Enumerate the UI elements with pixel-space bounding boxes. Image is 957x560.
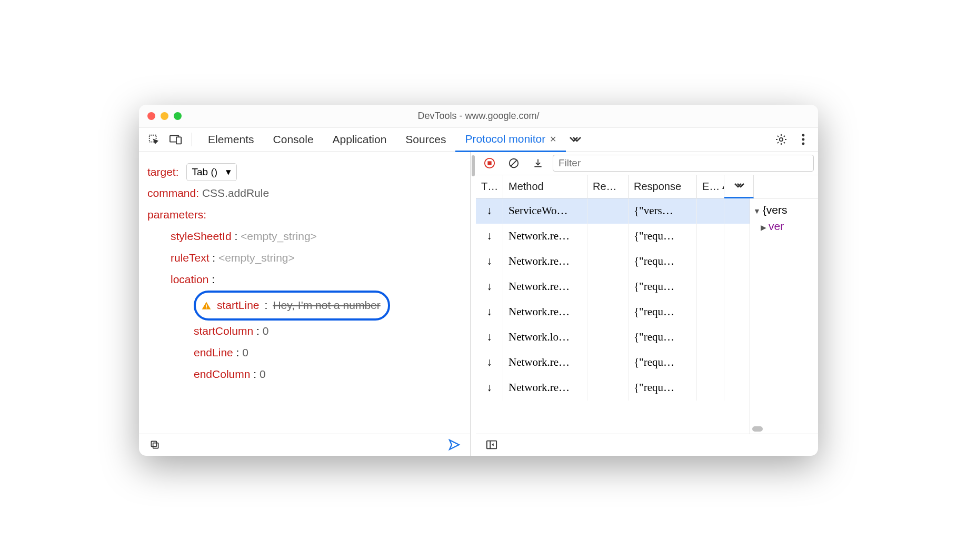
devtools-window: DevTools - www.google.com/ Elements Cons… [139,105,818,456]
row-method: Network.re… [503,224,587,249]
row-elapsed [697,198,724,224]
tab-sources[interactable]: Sources [396,127,455,152]
panel-tabs: Elements Console Application Sources Pro… [198,128,585,152]
row-request [587,350,629,375]
device-toolbar-icon[interactable] [166,130,185,149]
protocol-log-pane: T… Method Re… Response E…▲ ↓ServiceWo…{"… [476,152,818,456]
record-icon[interactable] [480,154,499,173]
send-button[interactable] [445,435,464,454]
tab-elements[interactable]: Elements [198,127,264,152]
param-key: startColumn [194,325,253,337]
toggle-sidebar-icon[interactable] [482,435,501,454]
row-direction: ↓ [476,249,503,274]
svg-point-4 [802,134,805,137]
error-highlight: startLine : Hey, I'm not a number [194,291,390,321]
table-row[interactable]: ↓Network.re…{"requ… [476,224,750,249]
parameters-label: parameters: [147,208,206,221]
invalid-value[interactable]: Hey, I'm not a number [273,295,380,316]
inspect-element-icon[interactable] [144,130,163,149]
sort-up-icon: ▲ [721,182,724,191]
close-tab-icon[interactable]: ✕ [550,134,556,144]
row-request [587,249,629,274]
row-method: Network.re… [503,375,587,401]
more-tabs-icon[interactable] [566,130,585,149]
row-response: {"requ… [629,375,697,401]
col-type[interactable]: T… [476,175,503,198]
row-response: {"requ… [629,274,697,299]
param-key: endColumn [194,368,250,380]
copy-icon[interactable] [145,435,164,454]
param-key: styleSheetId [171,230,232,242]
table-row[interactable]: ↓Network.re…{"requ… [476,274,750,299]
row-response: {"requ… [629,350,697,375]
more-cols-icon[interactable] [724,175,754,198]
row-elapsed [697,274,724,299]
param-value[interactable]: <empty_string> [241,230,317,242]
splitter-handle[interactable] [472,155,475,176]
param-value[interactable]: <empty_string> [218,252,295,264]
row-direction: ↓ [476,325,503,350]
col-response[interactable]: Response [629,175,697,198]
param-key: location [171,273,208,285]
row-request [587,198,629,224]
tab-label: Protocol monitor [465,133,545,145]
scrollbar-horizontal[interactable] [752,426,763,432]
tab-console[interactable]: Console [264,127,323,152]
tab-application[interactable]: Application [323,127,396,152]
tree-expand-icon[interactable]: ▼ [753,207,761,215]
svg-rect-10 [151,441,156,446]
row-response: {"requ… [629,249,697,274]
svg-point-5 [802,138,805,141]
row-elapsed [697,249,724,274]
svg-rect-12 [487,161,491,165]
row-method: Network.re… [503,299,587,325]
more-options-icon[interactable] [794,130,813,149]
col-elapsed[interactable]: E…▲ [697,175,724,198]
maximize-window-icon[interactable] [174,112,182,120]
row-elapsed [697,350,724,375]
command-editor[interactable]: target: Tab () ▾ command: CSS.addRule pa… [139,152,470,434]
command-value: CSS.addRule [202,187,269,199]
close-window-icon[interactable] [147,112,155,120]
row-direction: ↓ [476,375,503,401]
row-direction: ↓ [476,198,503,224]
settings-icon[interactable] [772,130,791,149]
content-area: target: Tab () ▾ command: CSS.addRule pa… [139,152,818,456]
target-select[interactable]: Tab () ▾ [186,163,237,181]
row-direction: ↓ [476,350,503,375]
target-label: target: [147,162,179,183]
tree-key: ver [769,220,784,232]
svg-rect-8 [206,307,207,308]
table-row[interactable]: ↓ServiceWo…{"vers… [476,198,750,224]
log-table-header: T… Method Re… Response E…▲ [476,175,818,198]
download-icon[interactable] [529,154,547,173]
chevron-down-icon: ▾ [226,162,231,182]
col-request[interactable]: Re… [587,175,629,198]
filter-input[interactable] [553,155,814,172]
pane-splitter[interactable] [471,152,476,456]
svg-point-3 [780,138,783,141]
clear-icon[interactable] [504,154,523,173]
minimize-window-icon[interactable] [161,112,168,120]
row-method: Network.re… [503,249,587,274]
svg-rect-9 [153,443,158,448]
col-method[interactable]: Method [503,175,587,198]
param-value[interactable]: 0 [260,368,266,380]
table-row[interactable]: ↓Network.re…{"requ… [476,375,750,401]
param-value[interactable]: 0 [263,325,269,337]
row-method: Network.lo… [503,325,587,350]
param-key: startLine [217,295,260,316]
table-row[interactable]: ↓Network.lo…{"requ… [476,325,750,350]
main-toolbar: Elements Console Application Sources Pro… [139,128,818,152]
tab-protocol-monitor[interactable]: Protocol monitor ✕ [455,128,566,152]
command-label: command: [147,187,199,199]
table-row[interactable]: ↓Network.re…{"requ… [476,249,750,274]
titlebar: DevTools - www.google.com/ [139,105,818,128]
response-detail-pane[interactable]: ▼{vers ▶ver [750,198,818,434]
row-response: {"requ… [629,325,697,350]
table-row[interactable]: ↓Network.re…{"requ… [476,299,750,325]
tree-expand-icon[interactable]: ▶ [761,223,766,232]
param-value[interactable]: 0 [242,346,248,358]
table-row[interactable]: ↓Network.re…{"requ… [476,350,750,375]
traffic-lights [147,112,182,120]
